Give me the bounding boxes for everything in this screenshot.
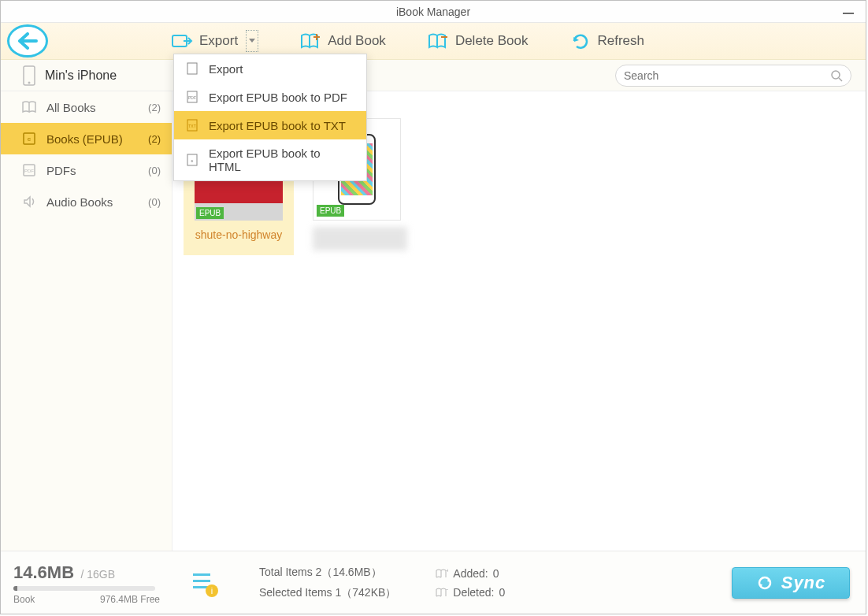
svg-rect-0	[843, 13, 854, 14]
book-icon	[21, 100, 37, 114]
svg-rect-17	[193, 580, 210, 582]
selected-items-value: 1（742KB）	[336, 586, 397, 599]
total-items-label: Total Items	[259, 566, 313, 578]
menu-item-export-txt[interactable]: TXT Export EPUB book to TXT	[174, 111, 366, 139]
menu-item-label: Export	[209, 62, 243, 76]
document-icon	[185, 61, 199, 76]
export-label: Export	[199, 33, 238, 49]
arrow-left-icon	[17, 32, 38, 50]
svg-text:PDF: PDF	[24, 169, 34, 173]
sidebar-item-pdfs[interactable]: PDFPDFs (0)	[1, 154, 172, 186]
back-button[interactable]	[7, 24, 48, 58]
svg-text:+: +	[446, 568, 448, 574]
device-row: Min's iPhone	[1, 60, 866, 91]
delete-book-icon	[427, 32, 449, 50]
list-info-icon: i	[188, 567, 220, 599]
txt-icon: TXT	[185, 118, 199, 132]
sidebar-item-label: All Books	[46, 101, 96, 114]
refresh-button[interactable]: Refresh	[569, 32, 645, 50]
window-title: iBook Manager	[1, 6, 866, 18]
epub-icon: e	[21, 132, 37, 146]
sidebar: All Books (2) eBooks (EPUB) (2) PDFPDFs …	[1, 91, 172, 551]
sidebar-item-count: (0)	[148, 165, 161, 176]
toolbar: Export Add Book Delete Book	[1, 23, 866, 60]
storage-category: Book	[13, 594, 35, 605]
menu-item-export-html[interactable]: e Export EPUB book to HTML	[174, 139, 366, 180]
sidebar-item-label: PDFs	[46, 164, 76, 177]
add-book-button[interactable]: Add Book	[299, 32, 386, 50]
svg-text:PDF: PDF	[188, 95, 196, 100]
menu-item-export[interactable]: Export	[174, 54, 366, 83]
refresh-label: Refresh	[598, 33, 645, 49]
search-input[interactable]	[624, 69, 830, 82]
add-book-icon	[299, 32, 321, 50]
storage-used: 14.6MB	[13, 562, 74, 582]
html-icon: e	[185, 153, 199, 167]
sync-label: Sync	[781, 573, 826, 593]
deleted-label: Deleted:	[453, 586, 494, 599]
svg-rect-16	[193, 573, 210, 576]
svg-text:i: i	[211, 586, 213, 596]
selected-items-label: Selected Items	[259, 586, 332, 599]
epub-badge: EPUB	[196, 207, 224, 219]
pdf-icon: PDF	[21, 163, 37, 177]
app-window: iBook Manager Export	[0, 0, 866, 614]
add-book-label: Add Book	[328, 33, 386, 49]
sidebar-item-label: Audio Books	[46, 195, 113, 209]
svg-text:TXT: TXT	[188, 124, 195, 128]
export-icon	[171, 32, 193, 50]
search-box[interactable]	[615, 65, 851, 87]
deleted-value: 0	[499, 586, 505, 599]
svg-rect-9	[187, 63, 197, 74]
sync-icon	[756, 574, 773, 592]
delete-book-button[interactable]: Delete Book	[427, 32, 529, 50]
menu-item-label: Export EPUB book to TXT	[209, 119, 346, 132]
search-icon	[830, 69, 843, 82]
sidebar-item-audio-books[interactable]: Audio Books (0)	[1, 186, 172, 217]
book-title: shute-no-highway	[188, 228, 289, 241]
added-value: 0	[493, 567, 499, 580]
sidebar-item-label: Books (EPUB)	[46, 132, 123, 146]
export-dropdown-menu: Export PDF Export EPUB book to PDF TXT E…	[173, 54, 367, 181]
added-icon: +	[436, 568, 448, 579]
svg-text:e: e	[28, 135, 32, 143]
sync-button[interactable]: Sync	[732, 567, 850, 599]
footer: 14.6MB / 16GB Book 976.4MB Free i Total …	[1, 551, 866, 614]
body: All Books (2) eBooks (EPUB) (2) PDFPDFs …	[1, 91, 866, 551]
storage-capacity: / 16GB	[81, 568, 116, 581]
pdf-icon: PDF	[185, 90, 199, 104]
menu-item-label: Export EPUB book to HTML	[209, 147, 355, 173]
svg-text:−: −	[446, 587, 448, 593]
total-items-value: 2（14.6MB）	[316, 566, 382, 578]
export-dropdown-caret[interactable]	[246, 30, 258, 52]
title-bar: iBook Manager	[1, 1, 866, 23]
book-title-blurred	[313, 227, 407, 250]
storage-free: 976.4MB Free	[100, 594, 160, 605]
epub-badge: EPUB	[317, 205, 344, 217]
delete-book-label: Delete Book	[455, 33, 529, 49]
storage-bar	[13, 586, 155, 591]
phone-icon	[23, 65, 35, 86]
sidebar-item-count: (2)	[148, 102, 161, 113]
refresh-icon	[569, 32, 592, 50]
menu-item-label: Export EPUB book to PDF	[209, 91, 347, 104]
deleted-icon: −	[436, 587, 448, 598]
sidebar-item-all-books[interactable]: All Books (2)	[1, 91, 172, 123]
stats-panel: i Total Items 2（14.6MB） Selected Items 1…	[172, 566, 732, 600]
audio-icon	[21, 195, 37, 209]
sidebar-item-count: (0)	[148, 196, 161, 208]
added-label: Added:	[453, 567, 488, 580]
menu-item-export-pdf[interactable]: PDF Export EPUB book to PDF	[174, 83, 366, 111]
export-button[interactable]: Export	[171, 30, 258, 52]
storage-panel: 14.6MB / 16GB Book 976.4MB Free	[1, 555, 172, 611]
minimize-button[interactable]	[840, 6, 856, 21]
sidebar-item-count: (2)	[148, 133, 161, 145]
svg-point-3	[28, 81, 31, 83]
svg-point-4	[832, 71, 840, 79]
svg-text:e: e	[191, 158, 194, 163]
device-name: Min's iPhone	[45, 69, 117, 83]
sidebar-item-books-epub[interactable]: eBooks (EPUB) (2)	[1, 123, 172, 154]
chevron-down-icon	[249, 39, 255, 43]
